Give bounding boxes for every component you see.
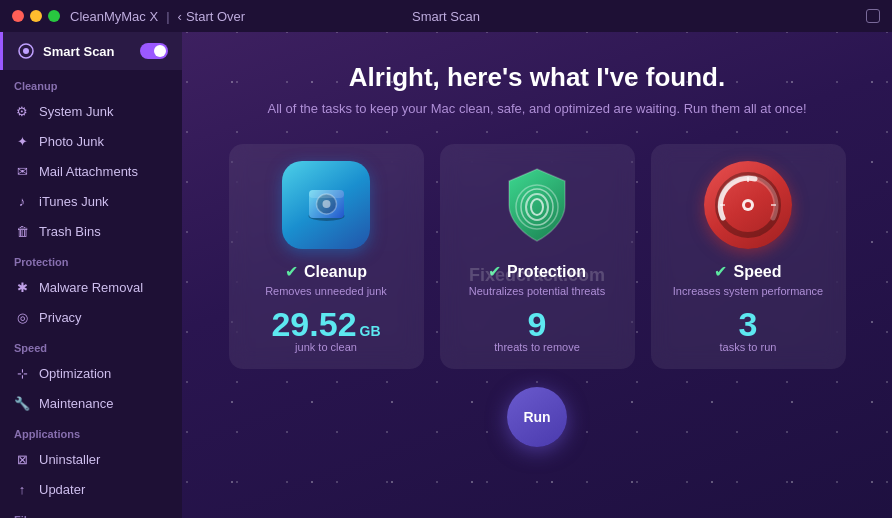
traffic-lights [12, 10, 60, 22]
run-button-wrap: Run [507, 387, 567, 447]
protection-card: ✔ Protection Neutralizes potential threa… [440, 144, 635, 369]
smart-scan-label: Smart Scan [17, 42, 115, 60]
sidebar-item-mail-attachments[interactable]: ✉ Mail Attachments [0, 156, 182, 186]
system-junk-icon: ⚙ [14, 103, 30, 119]
protection-section-label: Protection [0, 246, 182, 272]
sidebar: Smart Scan Cleanup ⚙ System Junk ✦ Photo… [0, 32, 182, 518]
cleanup-sub-label: junk to clean [295, 341, 357, 353]
protection-description: Neutralizes potential threats [469, 285, 605, 297]
sidebar-item-itunes-junk[interactable]: ♪ iTunes Junk [0, 186, 182, 216]
cleanup-unit: GB [360, 324, 381, 338]
cleanup-icon-wrap [281, 160, 371, 250]
sidebar-item-photo-junk[interactable]: ✦ Photo Junk [0, 126, 182, 156]
svg-point-13 [745, 202, 751, 208]
shield-icon [493, 161, 581, 249]
cleanup-description: Removes unneeded junk [265, 285, 387, 297]
protection-sub-label: threats to remove [494, 341, 580, 353]
protection-check-icon: ✔ [488, 262, 501, 281]
cards-row: ✔ Cleanup Removes unneeded junk 29.52 GB… [202, 144, 872, 369]
speed-check-icon: ✔ [714, 262, 727, 281]
fullscreen-button[interactable] [866, 9, 880, 23]
titlebar: CleanMyMac X | ‹ Start Over Smart Scan [0, 0, 892, 32]
optimization-icon: ⊹ [14, 365, 30, 381]
protection-title: Protection [507, 263, 586, 281]
cleanup-card: ✔ Cleanup Removes unneeded junk 29.52 GB… [229, 144, 424, 369]
maintenance-label: Maintenance [39, 396, 113, 411]
itunes-junk-label: iTunes Junk [39, 194, 109, 209]
back-label: Start Over [186, 9, 245, 24]
cleanup-number: 29.52 GB [271, 307, 380, 341]
speed-icon-wrap [703, 160, 793, 250]
window-title: Smart Scan [412, 9, 480, 24]
photo-junk-icon: ✦ [14, 133, 30, 149]
uninstaller-icon: ⊠ [14, 451, 30, 467]
uninstaller-label: Uninstaller [39, 452, 100, 467]
smart-scan-icon [17, 42, 35, 60]
sidebar-item-privacy[interactable]: ◎ Privacy [0, 302, 182, 332]
content-title: Alright, here's what I've found. [349, 62, 725, 93]
svg-point-5 [322, 200, 330, 208]
app-name: CleanMyMac X [70, 9, 158, 24]
sidebar-item-trash-bins[interactable]: 🗑 Trash Bins [0, 216, 182, 246]
itunes-icon: ♪ [14, 193, 30, 209]
protection-title-row: ✔ Protection [488, 262, 586, 281]
files-section-label: Files [0, 504, 182, 518]
trash-bins-label: Trash Bins [39, 224, 101, 239]
protection-icon-wrap [492, 160, 582, 250]
sidebar-item-smart-scan[interactable]: Smart Scan [0, 32, 182, 70]
close-button[interactable] [12, 10, 24, 22]
cleanup-value: 29.52 [271, 307, 356, 341]
run-button[interactable]: Run [507, 387, 567, 447]
speed-title: Speed [733, 263, 781, 281]
photo-junk-label: Photo Junk [39, 134, 104, 149]
protection-number: 9 [528, 307, 547, 341]
speed-title-row: ✔ Speed [714, 262, 781, 281]
updater-label: Updater [39, 482, 85, 497]
smart-scan-toggle[interactable] [140, 43, 168, 59]
speed-description: Increases system performance [673, 285, 823, 297]
system-junk-label: System Junk [39, 104, 113, 119]
gauge-icon [704, 161, 792, 249]
svg-rect-6 [309, 190, 344, 198]
titlebar-divider: | [166, 9, 169, 24]
svg-point-1 [23, 48, 29, 54]
cleanup-title: Cleanup [304, 263, 367, 281]
cleanup-check-icon: ✔ [285, 262, 298, 281]
sidebar-item-updater[interactable]: ↑ Updater [0, 474, 182, 504]
content-area: Fixedcrack.com Alright, here's what I've… [182, 32, 892, 518]
speed-sub-label: tasks to run [720, 341, 777, 353]
optimization-label: Optimization [39, 366, 111, 381]
main-layout: Smart Scan Cleanup ⚙ System Junk ✦ Photo… [0, 32, 892, 518]
applications-section-label: Applications [0, 418, 182, 444]
sidebar-item-uninstaller[interactable]: ⊠ Uninstaller [0, 444, 182, 474]
back-arrow-icon: ‹ [178, 9, 182, 24]
updater-icon: ↑ [14, 481, 30, 497]
trash-icon: 🗑 [14, 223, 30, 239]
sidebar-item-optimization[interactable]: ⊹ Optimization [0, 358, 182, 388]
content-subtitle: All of the tasks to keep your Mac clean,… [267, 101, 806, 116]
mail-attachments-label: Mail Attachments [39, 164, 138, 179]
malware-icon: ✱ [14, 279, 30, 295]
sidebar-item-malware-removal[interactable]: ✱ Malware Removal [0, 272, 182, 302]
back-button[interactable]: ‹ Start Over [178, 9, 246, 24]
sidebar-item-system-junk[interactable]: ⚙ System Junk [0, 96, 182, 126]
sidebar-item-maintenance[interactable]: 🔧 Maintenance [0, 388, 182, 418]
maximize-button[interactable] [48, 10, 60, 22]
cleanup-section-label: Cleanup [0, 70, 182, 96]
cleanup-title-row: ✔ Cleanup [285, 262, 367, 281]
speed-number: 3 [739, 307, 758, 341]
malware-removal-label: Malware Removal [39, 280, 143, 295]
maintenance-icon: 🔧 [14, 395, 30, 411]
speed-card: ✔ Speed Increases system performance 3 t… [651, 144, 846, 369]
minimize-button[interactable] [30, 10, 42, 22]
mail-icon: ✉ [14, 163, 30, 179]
privacy-icon: ◎ [14, 309, 30, 325]
privacy-label: Privacy [39, 310, 82, 325]
disk-icon [282, 161, 370, 249]
speed-section-label: Speed [0, 332, 182, 358]
